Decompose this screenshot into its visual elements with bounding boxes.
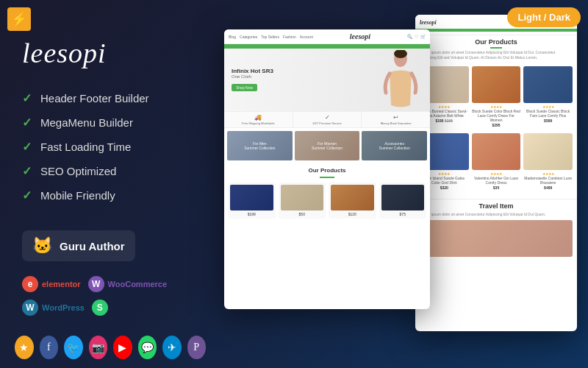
- collection-1: For MenSummer Collection: [227, 131, 293, 160]
- elementor-logo: e elementor: [22, 276, 81, 292]
- feature-item-1: ✓ Header Footer Builder: [22, 91, 191, 105]
- sec-products-title: Our Products: [415, 35, 577, 47]
- feature-strip-2: ✓ 24/7 Premium Service: [293, 112, 362, 127]
- hero-image: [379, 49, 423, 111]
- elementor-icon: e: [22, 276, 38, 292]
- person-svg: [382, 50, 419, 110]
- product-price-1: $199: [230, 212, 273, 216]
- wp-icon: W: [22, 300, 38, 316]
- product-price-4: $75: [381, 212, 425, 216]
- feature-strip-1: 🚚 Free Shipping Worldwide: [224, 112, 293, 127]
- collection-2: For WomenSummer Collection: [295, 131, 360, 160]
- nav-item-5: Account: [300, 35, 313, 39]
- social-icon-tg[interactable]: ✈: [162, 336, 182, 359]
- hero-sub: One Cloth: [232, 74, 273, 79]
- feature-text-2: MegaMenu Builder: [40, 116, 133, 129]
- right-panel: leesopi 🔍♡🛒 Our Products Lorem ipsum dol…: [213, 0, 588, 368]
- sec-logo: leesopi: [420, 19, 437, 26]
- check-icon-5: ✓: [22, 188, 32, 202]
- slider-icon: S: [92, 300, 108, 316]
- check-icon-4: ✓: [22, 164, 32, 178]
- return-icon: ↩: [363, 114, 429, 121]
- sec-product-price-6: $499: [523, 185, 573, 190]
- social-icon-wa[interactable]: 💬: [138, 336, 157, 359]
- features-list: ✓ Header Footer Builder ✓ MegaMenu Build…: [22, 91, 191, 213]
- social-icon-pi[interactable]: P: [187, 336, 207, 359]
- check-icon-1: ✓: [22, 91, 32, 105]
- woocommerce-logo: W WooCommerce: [88, 276, 167, 292]
- sec-travel-img: [420, 220, 573, 257]
- sec-products-grid: ★★★★ Mules Burned Classic Sand-Cast Autu…: [415, 63, 577, 199]
- mockup-container: leesopi 🔍♡🛒 Our Products Lorem ipsum dol…: [224, 15, 577, 353]
- slider-logo: S: [92, 300, 108, 316]
- products-section-title: Our Products: [228, 167, 426, 174]
- sec-product-3: ★★★★ Block Suede Classic Block Fam Lace …: [523, 66, 573, 127]
- product-img-2: [281, 185, 324, 210]
- hero-product-name: Infinix Hot SR3: [232, 68, 273, 74]
- features-strip: 🚚 Free Shipping Worldwide ✓ 24/7 Premium…: [224, 111, 430, 128]
- check-icon-2: ✓: [22, 116, 32, 130]
- sec-product-5: ★★★★ Valentino Allohfer Gin Lace Comfy D…: [472, 133, 521, 190]
- product-price-2: $50: [281, 212, 324, 216]
- wp-label: WordPress: [42, 303, 85, 312]
- social-icon-tw[interactable]: 🐦: [64, 336, 83, 359]
- sec-product-img-5: [472, 133, 521, 170]
- sec-product-name-3: Block Suede Classic Block Fam Lace Comfy…: [523, 109, 573, 118]
- sec-product-row-1: ★★★★ Mules Burned Classic Sand-Cast Autu…: [420, 66, 573, 127]
- sec-product-img-3: [523, 66, 573, 103]
- collection-3: AccessoriesSummer Collection: [362, 131, 427, 160]
- guru-label: Guru Author: [60, 240, 125, 252]
- sec-title-block: Our Products Lorem ipsum dolor sit amet …: [415, 35, 577, 63]
- feature-text-4: SEO Optimized: [40, 165, 116, 177]
- products-grid: $199 $50 $120 $75: [228, 183, 426, 219]
- light-dark-toggle[interactable]: Light / Dark: [507, 7, 581, 27]
- sec-product-price-3: $599: [523, 118, 573, 123]
- feature-item-4: ✓ SEO Optimized: [22, 164, 191, 178]
- nav-item-3: Top Sellers: [261, 35, 279, 39]
- products-title-underline: [320, 177, 334, 178]
- feature-item-2: ✓ MegaMenu Builder: [22, 116, 191, 130]
- product-1: $199: [228, 183, 276, 219]
- feature-text-1: Header Footer Builder: [40, 92, 149, 105]
- product-price-3: $120: [331, 212, 374, 216]
- guru-author-badge: 🐱 Guru Author: [22, 230, 135, 261]
- feature-item-5: ✓ Mobile Friendly: [22, 188, 191, 202]
- sec-product-name-2: Block Suede Color Block Red Lace Comfy D…: [472, 109, 521, 122]
- sec-product-price-2: $295: [472, 123, 521, 127]
- social-icon-yt[interactable]: ▶: [113, 336, 132, 359]
- hero-cta-button[interactable]: Shop Now: [232, 84, 257, 91]
- guru-icon: 🐱: [32, 236, 52, 255]
- sec-product-name-6: Mademoiselle Cambion Lune Brassiere: [523, 176, 573, 185]
- nav-item-4: Fashion: [283, 35, 296, 39]
- main-products-section: Our Products $199 $50 $120: [224, 163, 430, 222]
- sec-travel-desc: Lorem ipsum dolor sit amet Consectetur A…: [420, 212, 573, 217]
- product-2: $50: [279, 183, 326, 219]
- service-icon: ✓: [295, 114, 360, 121]
- sec-product-price-5: $35: [472, 185, 521, 190]
- social-icon-fb[interactable]: f: [40, 336, 59, 359]
- social-icons-row: ★ f 🐦 📷 ▶ 💬 ✈ P: [0, 336, 213, 359]
- wordpress-logo: W WordPress: [22, 300, 85, 316]
- product-img-3: [331, 185, 374, 210]
- feature-text-5: Mobile Friendly: [40, 189, 115, 202]
- woo-label: WooCommerce: [108, 280, 167, 289]
- shipping-icon: 🚚: [226, 114, 291, 121]
- collection-banners: For MenSummer Collection For WomenSummer…: [224, 128, 430, 163]
- sec-product-6: ★★★★ Mademoiselle Cambion Lune Brassiere…: [523, 133, 573, 190]
- store-nav: Blog Categories Top Sellers Fashion Acco…: [229, 35, 313, 39]
- feature-item-3: ✓ Fast Loading Time: [22, 140, 191, 154]
- check-icon-3: ✓: [22, 140, 32, 154]
- nav-item-1: Blog: [229, 35, 236, 39]
- social-icon-ig[interactable]: 📷: [89, 336, 108, 359]
- feature-strip-text-1: Free Shipping Worldwide: [226, 121, 291, 125]
- sec-travel-title: Travel Item: [420, 202, 573, 210]
- store-logo: leesopi: [350, 32, 370, 40]
- product-4: $75: [379, 183, 427, 219]
- screenshot-secondary: leesopi 🔍♡🛒 Our Products Lorem ipsum dol…: [415, 15, 577, 331]
- sec-product-row-2: ★★★★ Dark Island Suede Galos Color Grid …: [420, 133, 573, 190]
- sec-title-underline: [490, 47, 502, 49]
- social-icon-1[interactable]: ★: [15, 336, 34, 359]
- feature-strip-3: ↩ Money Back Guarantee: [362, 112, 430, 127]
- tech-logos: e elementor W WooCommerce W WordPress S: [22, 276, 191, 316]
- sec-product-img-6: [523, 133, 573, 170]
